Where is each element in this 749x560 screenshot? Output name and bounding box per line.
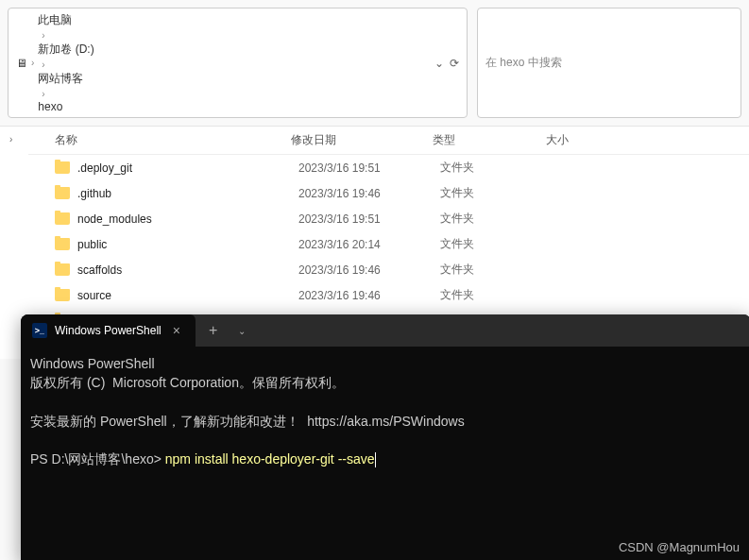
cursor [375, 452, 376, 467]
column-headers[interactable]: 名称 修改日期 类型 大小 [28, 127, 749, 155]
breadcrumb-item[interactable]: 此电脑 [38, 12, 94, 28]
file-type: 文件夹 [440, 185, 553, 201]
terminal-tab[interactable]: >_ Windows PowerShell × [21, 314, 196, 347]
file-name: scaffolds [77, 263, 298, 277]
folder-icon [55, 263, 70, 276]
file-type: 文件夹 [440, 160, 553, 176]
col-name[interactable]: 名称 [55, 132, 291, 148]
file-row[interactable]: .github2023/3/16 19:46文件夹 [28, 180, 749, 206]
file-row[interactable]: node_modules2023/3/16 19:51文件夹 [28, 206, 749, 231]
file-date: 2023/3/16 19:46 [298, 263, 440, 277]
file-type: 文件夹 [440, 262, 553, 278]
file-date: 2023/3/16 20:14 [298, 238, 440, 251]
tab-dropdown-icon[interactable]: ⌄ [230, 326, 253, 336]
folder-icon [55, 238, 70, 250]
file-name: .deploy_git [77, 161, 298, 175]
file-type: 文件夹 [440, 211, 553, 227]
breadcrumb-item[interactable]: hexo [38, 100, 94, 113]
file-date: 2023/3/16 19:51 [298, 212, 440, 226]
file-date: 2023/3/16 19:46 [298, 187, 440, 200]
term-link[interactable]: https://aka.ms/PSWindows [307, 414, 465, 429]
file-row[interactable]: scaffolds2023/3/16 19:46文件夹 [28, 257, 749, 282]
refresh-icon[interactable]: ⟳ [450, 57, 459, 70]
pc-icon: 🖥 [16, 57, 27, 70]
search-input[interactable]: 在 hexo 中搜索 [477, 8, 741, 118]
address-bar[interactable]: 🖥 › 此电脑›新加卷 (D:)›网站博客›hexo ⌄ ⟳ [8, 8, 468, 118]
chevron-right-icon: › [42, 89, 44, 99]
command-input[interactable]: npm install hexo-deployer-git --save [165, 451, 375, 467]
col-type[interactable]: 类型 [433, 132, 546, 148]
file-date: 2023/3/16 19:46 [298, 289, 440, 302]
folder-icon [55, 161, 70, 174]
tree-expand-icon[interactable]: › [0, 127, 28, 152]
explorer-toolbar: 🖥 › 此电脑›新加卷 (D:)›网站博客›hexo ⌄ ⟳ 在 hexo 中搜… [0, 0, 749, 127]
terminal-tab-bar: >_ Windows PowerShell × + ⌄ [21, 314, 749, 347]
file-type: 文件夹 [440, 236, 553, 252]
col-date[interactable]: 修改日期 [291, 132, 433, 148]
col-size[interactable]: 大小 [546, 132, 603, 148]
term-line: 安装最新的 PowerShell，了解新功能和改进！ [30, 414, 299, 429]
file-name: node_modules [77, 212, 298, 226]
file-row[interactable]: public2023/3/16 20:14文件夹 [28, 231, 749, 257]
file-name: public [77, 238, 298, 251]
file-row[interactable]: .deploy_git2023/3/16 19:51文件夹 [28, 155, 749, 180]
file-date: 2023/3/16 19:51 [298, 161, 440, 175]
chevron-right-icon: › [42, 59, 44, 70]
file-row[interactable]: source2023/3/16 19:46文件夹 [28, 282, 749, 308]
chevron-right-icon: › [42, 30, 44, 41]
terminal-body[interactable]: Windows PowerShell 版权所有 (C) Microsoft Co… [21, 347, 749, 477]
terminal-window: >_ Windows PowerShell × + ⌄ Windows Powe… [21, 314, 749, 560]
new-tab-button[interactable]: + [196, 322, 230, 339]
term-line: 版权所有 (C) Microsoft Corporation。保留所有权利。 [30, 375, 345, 390]
powershell-icon: >_ [32, 323, 47, 338]
chevron-right-icon: › [31, 58, 34, 68]
search-placeholder: 在 hexo 中搜索 [485, 55, 562, 71]
tab-title: Windows PowerShell [55, 324, 162, 337]
breadcrumb-item[interactable]: 新加卷 (D:) [38, 42, 94, 58]
term-line: Windows PowerShell [30, 356, 155, 371]
folder-icon [55, 187, 70, 199]
file-name: source [77, 289, 298, 302]
file-name: .github [77, 187, 298, 200]
folder-icon [55, 289, 70, 301]
folder-icon [55, 212, 70, 225]
prompt: PS D:\网站博客\hexo> [30, 451, 165, 467]
chevron-down-icon[interactable]: ⌄ [434, 57, 444, 70]
watermark: CSDN @MagnumHou [619, 540, 740, 554]
breadcrumb-item[interactable]: 网站博客 [38, 71, 94, 87]
close-icon[interactable]: × [169, 323, 184, 338]
file-type: 文件夹 [440, 287, 553, 303]
